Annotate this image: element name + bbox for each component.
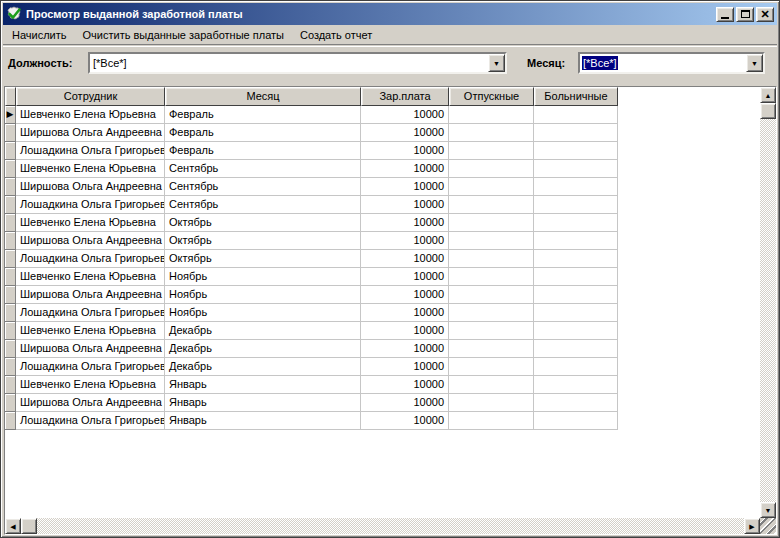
cell-sick[interactable] [534,376,618,394]
cell-vacation[interactable] [449,376,534,394]
cell-employee[interactable]: Шевченко Елена Юрьевна [16,268,165,286]
cell-month[interactable]: Январь [165,394,361,412]
cell-month[interactable]: Январь [165,376,361,394]
cell-sick[interactable] [534,394,618,412]
cell-salary[interactable]: 10000 [361,106,449,124]
cell-employee[interactable]: Лошадкина Ольга Григорьев [16,358,165,376]
table-row[interactable]: Шевченко Елена ЮрьевнаСентябрь10000 [5,160,618,178]
cell-sick[interactable] [534,142,618,160]
column-header-sick[interactable]: Больничные [534,87,618,106]
cell-salary[interactable]: 10000 [361,196,449,214]
cell-salary[interactable]: 10000 [361,142,449,160]
cell-salary[interactable]: 10000 [361,304,449,322]
column-header-salary[interactable]: Зар.плата [361,87,449,106]
table-row[interactable]: Шевченко Елена ЮрьевнаЯнварь10000 [5,376,618,394]
cell-month[interactable]: Сентябрь [165,196,361,214]
position-combobox-dropdown-button[interactable]: ▼ [488,54,505,72]
cell-sick[interactable] [534,196,618,214]
cell-month[interactable]: Ноябрь [165,268,361,286]
cell-sick[interactable] [534,232,618,250]
cell-vacation[interactable] [449,160,534,178]
horizontal-scroll-thumb[interactable] [21,518,37,534]
cell-employee[interactable]: Лошадкина Ольга Григорьев [16,304,165,322]
table-row[interactable]: Ширшова Ольга АндреевнаДекабрь10000 [5,340,618,358]
cell-vacation[interactable] [449,268,534,286]
cell-month[interactable]: Октябрь [165,214,361,232]
resize-grip[interactable] [760,518,776,534]
column-header-vacation[interactable]: Отпускные [449,87,534,106]
cell-salary[interactable]: 10000 [361,376,449,394]
maximize-button[interactable] [736,7,754,22]
cell-salary[interactable]: 10000 [361,232,449,250]
cell-vacation[interactable] [449,214,534,232]
cell-sick[interactable] [534,250,618,268]
cell-employee[interactable]: Лошадкина Ольга Григорьев [16,142,165,160]
cell-salary[interactable]: 10000 [361,394,449,412]
close-button[interactable]: ✕ [756,7,774,22]
cell-sick[interactable] [534,286,618,304]
cell-sick[interactable] [534,322,618,340]
cell-month[interactable]: Декабрь [165,322,361,340]
table-row[interactable]: Лошадкина Ольга ГригорьевФевраль10000 [5,142,618,160]
table-row[interactable]: Лошадкина Ольга ГригорьевСентябрь10000 [5,196,618,214]
table-row[interactable]: Ширшова Ольга АндреевнаЯнварь10000 [5,394,618,412]
cell-vacation[interactable] [449,178,534,196]
cell-salary[interactable]: 10000 [361,178,449,196]
cell-vacation[interactable] [449,106,534,124]
cell-vacation[interactable] [449,358,534,376]
position-combobox[interactable]: [*Все*] ▼ [88,52,507,74]
cell-sick[interactable] [534,178,618,196]
cell-salary[interactable]: 10000 [361,268,449,286]
table-row[interactable]: Лошадкина Ольга ГригорьевЯнварь10000 [5,412,618,430]
table-row[interactable]: Ширшова Ольга АндреевнаНоябрь10000 [5,286,618,304]
cell-vacation[interactable] [449,250,534,268]
table-row[interactable]: Шевченко Елена ЮрьевнаОктябрь10000 [5,214,618,232]
horizontal-scrollbar[interactable]: ◀ ▶ [5,518,760,534]
cell-vacation[interactable] [449,304,534,322]
cell-salary[interactable]: 10000 [361,160,449,178]
table-row[interactable]: Шевченко Елена ЮрьевнаДекабрь10000 [5,322,618,340]
vertical-scroll-thumb[interactable] [760,103,776,119]
cell-salary[interactable]: 10000 [361,286,449,304]
cell-sick[interactable] [534,214,618,232]
cell-employee[interactable]: Шевченко Елена Юрьевна [16,160,165,178]
cell-employee[interactable]: Лошадкина Ольга Григорьев [16,412,165,430]
cell-month[interactable]: Октябрь [165,232,361,250]
cell-employee[interactable]: Ширшова Ольга Андреевна [16,394,165,412]
cell-month[interactable]: Февраль [165,124,361,142]
cell-sick[interactable] [534,160,618,178]
cell-sick[interactable] [534,412,618,430]
cell-vacation[interactable] [449,142,534,160]
table-row[interactable]: Ширшова Ольга АндреевнаФевраль10000 [5,124,618,142]
table-row[interactable]: Лошадкина Ольга ГригорьевДекабрь10000 [5,358,618,376]
cell-month[interactable]: Декабрь [165,358,361,376]
cell-sick[interactable] [534,304,618,322]
cell-employee[interactable]: Лошадкина Ольга Григорьев [16,250,165,268]
cell-salary[interactable]: 10000 [361,340,449,358]
scroll-left-button[interactable]: ◀ [5,518,21,534]
cell-sick[interactable] [534,106,618,124]
cell-employee[interactable]: Шевченко Елена Юрьевна [16,322,165,340]
cell-salary[interactable]: 10000 [361,214,449,232]
cell-salary[interactable]: 10000 [361,250,449,268]
cell-vacation[interactable] [449,232,534,250]
cell-salary[interactable]: 10000 [361,124,449,142]
scroll-down-button[interactable]: ▼ [760,502,776,518]
cell-month[interactable]: Февраль [165,106,361,124]
menu-item-accrue[interactable]: Начислить [4,27,75,43]
cell-month[interactable]: Декабрь [165,340,361,358]
cell-employee[interactable]: Ширшова Ольга Андреевна [16,178,165,196]
cell-salary[interactable]: 10000 [361,358,449,376]
minimize-button[interactable] [716,7,734,22]
cell-sick[interactable] [534,340,618,358]
cell-employee[interactable]: Шевченко Елена Юрьевна [16,376,165,394]
column-header-employee[interactable]: Сотрудник [16,87,165,106]
cell-vacation[interactable] [449,394,534,412]
cell-vacation[interactable] [449,412,534,430]
cell-month[interactable]: Сентябрь [165,178,361,196]
column-header-month[interactable]: Месяц [165,87,361,106]
cell-employee[interactable]: Лошадкина Ольга Григорьев [16,196,165,214]
table-row[interactable]: Ширшова Ольга АндреевнаОктябрь10000 [5,232,618,250]
table-row[interactable]: Ширшова Ольга АндреевнаСентябрь10000 [5,178,618,196]
table-row[interactable]: Лошадкина Ольга ГригорьевОктябрь10000 [5,250,618,268]
